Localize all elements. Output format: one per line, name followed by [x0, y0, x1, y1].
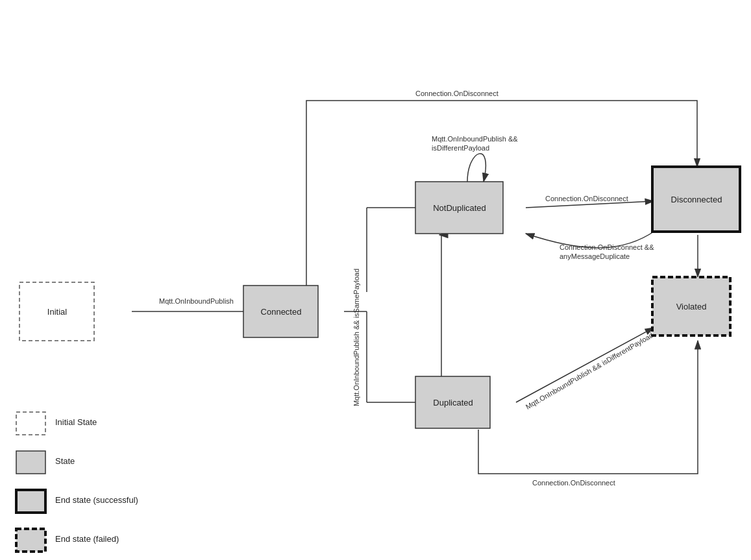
state-notdup-label: NotDuplicated: [433, 203, 486, 213]
arrow-dup-violated: [516, 328, 654, 402]
label-disconnected-notdup2: anyMessageDuplicate: [560, 252, 630, 260]
diagram-container: Mqtt.OnInboundPublish Mqtt.OnInboundPubl…: [0, 0, 751, 560]
legend-state-box: [16, 451, 45, 474]
label-notdup-self2: isDifferentPayload: [432, 144, 489, 152]
arrow-notdup-self: [467, 154, 486, 182]
label-init-connected: Mqtt.OnInboundPublish: [159, 297, 234, 305]
label-notdup-disconnected: Connection.OnDisconnect: [545, 195, 628, 202]
state-disconnected-label: Disconnected: [671, 195, 722, 204]
legend-end-success-box: [16, 490, 45, 513]
legend-end-failed-label: End state (failed): [55, 534, 119, 544]
state-dup-label: Duplicated: [433, 398, 473, 408]
state-initial-label: Initial: [47, 307, 67, 317]
label-connected-disconnected-top: Connection.OnDisconnect: [415, 90, 499, 97]
legend-end-failed-box: [16, 529, 45, 552]
label-dup-violated: Mqtt.OnInboundPublish && isDifferentPayl…: [524, 331, 655, 411]
legend-end-success-label: End state (successful): [55, 495, 138, 505]
legend-initial-label: Initial State: [55, 417, 97, 427]
arrow-dup-disconnected-bottom: [478, 341, 698, 474]
label-notdup-self: Mqtt.OnInboundPublish &&: [432, 135, 518, 143]
label-dup-disconnected-bottom: Connection.OnDisconnect: [532, 479, 615, 487]
label-connected-split: Mqtt.OnInboundPublish && isSamePayload: [352, 269, 360, 406]
state-connected-label: Connected: [261, 307, 302, 317]
label-disconnected-notdup: Connection.OnDisconnect &&: [560, 243, 654, 251]
legend-initial-box: [16, 412, 45, 435]
legend-state-label: State: [55, 456, 75, 466]
state-violated-label: Violated: [676, 302, 707, 311]
